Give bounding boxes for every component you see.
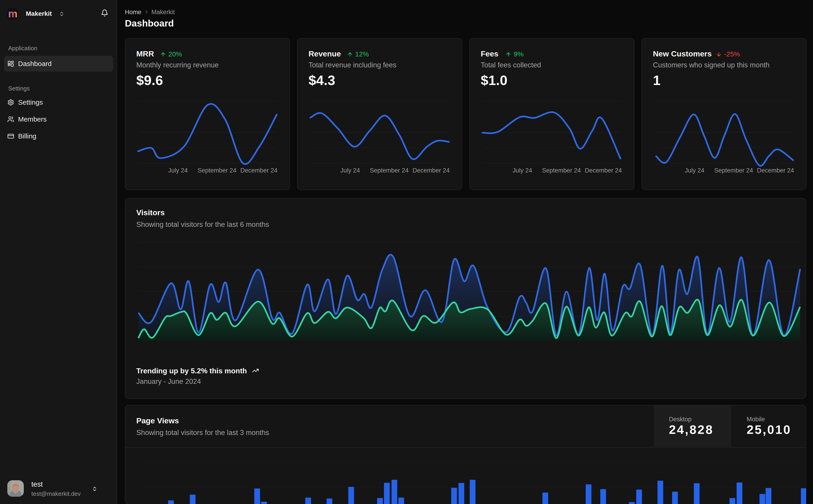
svg-text:m: m (8, 8, 18, 19)
